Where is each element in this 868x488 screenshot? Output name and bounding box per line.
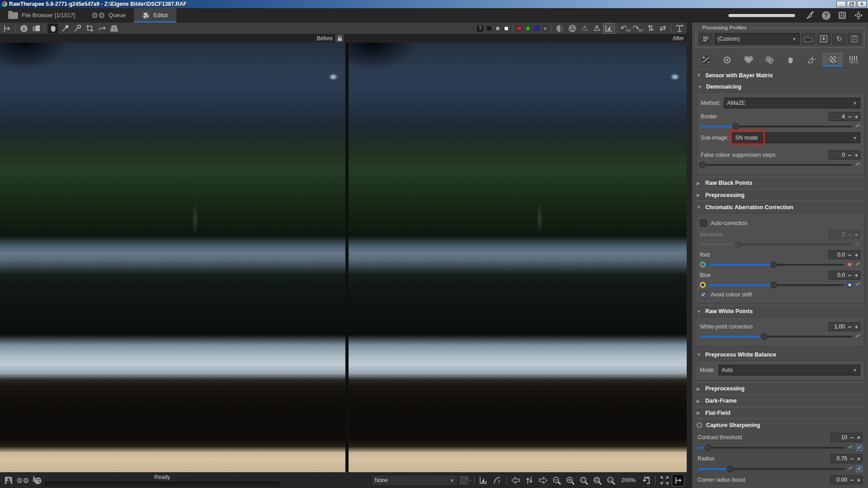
section-ca-correction[interactable]: ▼ Chromatic Aberration Correction xyxy=(696,201,864,213)
tab-queue[interactable]: ⚙⚙ Queue xyxy=(83,8,134,23)
load-profile-button[interactable] xyxy=(802,33,815,45)
before-image-pane[interactable] xyxy=(0,42,345,472)
decrement-icon[interactable]: − xyxy=(850,477,854,483)
green-channel-swatch[interactable] xyxy=(526,26,530,31)
slider-knob[interactable] xyxy=(699,161,706,168)
false-colour-spinbox[interactable]: 0 − + xyxy=(828,150,860,160)
increment-icon[interactable]: + xyxy=(854,272,858,278)
section-preprocessing-1[interactable]: ▶ Preprocessing xyxy=(696,189,864,201)
rotate-left-button[interactable]: ↶90° xyxy=(620,23,631,33)
slider-knob[interactable] xyxy=(770,261,777,268)
increment-icon[interactable]: + xyxy=(854,152,858,158)
reset-icon[interactable]: ↶ xyxy=(848,445,853,450)
power-toggle-icon[interactable] xyxy=(697,422,702,428)
hide-left-panel-button[interactable] xyxy=(2,23,13,33)
increment-icon[interactable]: + xyxy=(854,114,858,120)
decrement-icon[interactable]: − xyxy=(850,456,854,462)
border-slider[interactable] xyxy=(701,126,853,127)
avoid-colour-shift-checkbox[interactable]: ✓ xyxy=(700,291,707,298)
zoom-in-button[interactable] xyxy=(564,474,576,486)
pane-divider[interactable] xyxy=(345,42,349,472)
increment-icon[interactable]: + xyxy=(854,252,858,258)
add-crop-window-button[interactable] xyxy=(640,474,652,486)
red-slider[interactable] xyxy=(708,264,844,266)
colorpicker-tool-button[interactable] xyxy=(60,23,71,33)
tab-color[interactable] xyxy=(738,52,759,67)
section-sensor-bayer[interactable]: ▼ Sensor with Bayer Matrix xyxy=(696,69,864,81)
reset-icon[interactable]: ↶ xyxy=(855,162,860,168)
auto-checkbox[interactable]: ✓ xyxy=(856,465,863,472)
blue-spinbox[interactable]: 0.0 − + xyxy=(828,271,860,280)
increment-icon[interactable]: + xyxy=(854,324,858,330)
tab-transform[interactable] xyxy=(780,52,802,67)
reset-icon[interactable]: ↶ xyxy=(848,466,853,472)
tab-advanced[interactable] xyxy=(759,52,780,67)
close-button[interactable]: × xyxy=(857,1,867,7)
radius-spinbox[interactable]: 0.75 − + xyxy=(830,454,863,463)
fullscreen-button[interactable] xyxy=(659,474,670,486)
fill-mode-button[interactable] xyxy=(699,33,712,45)
flip-horizontal-button[interactable]: ⇄ xyxy=(657,23,668,33)
section-dark-frame[interactable]: ▶ Dark-Frame xyxy=(696,394,864,407)
zoom-out-button[interactable] xyxy=(551,474,562,486)
wb-mode-dropdown[interactable]: Auto ▼ xyxy=(718,365,860,375)
curve-type-button[interactable]: ▼ xyxy=(459,474,471,486)
increment-icon[interactable]: + xyxy=(857,477,860,483)
before-lock-button[interactable] xyxy=(335,34,344,42)
help-button[interactable]: ? xyxy=(820,10,832,21)
shadow-clipping-button[interactable]: ⚠ xyxy=(579,23,590,33)
red-channel-swatch[interactable] xyxy=(517,26,522,31)
hand-tool-button[interactable] xyxy=(47,23,58,33)
save-image-button[interactable] xyxy=(3,474,14,486)
reset-icon[interactable]: ↶ xyxy=(855,333,860,339)
queue-image-button[interactable]: ⚙⚙ xyxy=(16,474,29,486)
section-preprocess-wb[interactable]: ▼ Preprocess White Balance xyxy=(696,348,864,361)
tab-resize[interactable]: ✂ xyxy=(801,52,822,67)
decrement-icon[interactable]: − xyxy=(848,252,852,258)
zoom-fit-crop-button[interactable] xyxy=(578,474,590,486)
crop-tool-button[interactable] xyxy=(84,23,95,33)
section-raw-black-points[interactable]: ▶ Raw Black Points xyxy=(696,177,864,189)
border-spinbox[interactable]: 4 − + xyxy=(828,112,860,121)
preferences-button[interactable] xyxy=(836,10,848,21)
section-capture-sharpening[interactable]: Capture Sharpening xyxy=(696,419,864,431)
dock-top-panel-button[interactable] xyxy=(674,23,685,33)
contrast-threshold-slider[interactable] xyxy=(698,447,845,449)
pan-mode-button[interactable] xyxy=(853,10,864,21)
flip-vertical-button[interactable]: ⇅ xyxy=(645,23,656,33)
slider-knob[interactable] xyxy=(732,123,739,130)
preview-profile-button[interactable] xyxy=(604,23,614,33)
gamut-check-button[interactable] xyxy=(567,23,578,33)
black-indicator-swatch[interactable] xyxy=(487,26,491,31)
slider-knob[interactable] xyxy=(770,282,777,288)
demosaic-method-dropdown[interactable]: AMaZE ▼ xyxy=(724,98,860,108)
slider-knob[interactable] xyxy=(761,333,768,340)
rotate-right-button[interactable]: ↷90° xyxy=(633,23,644,33)
restore-button[interactable] xyxy=(847,1,856,7)
info-button[interactable]: i xyxy=(19,23,29,33)
decrement-icon[interactable]: − xyxy=(850,435,854,441)
before-after-toggle[interactable] xyxy=(31,23,42,33)
auto-checkbox[interactable]: ✓ xyxy=(856,444,863,451)
tab-exposure[interactable] xyxy=(696,52,717,67)
true-color-toggle[interactable]: T xyxy=(476,24,484,33)
tab-raw[interactable] xyxy=(822,52,844,67)
edit-external-button[interactable] xyxy=(31,474,43,486)
after-image-pane[interactable] xyxy=(349,42,687,472)
false-colour-slider[interactable] xyxy=(701,164,853,166)
prev-image-button[interactable] xyxy=(510,474,522,486)
decrement-icon[interactable]: − xyxy=(848,324,852,330)
contrast-threshold-spinbox[interactable]: 10 − + xyxy=(830,433,863,442)
reset-icon[interactable]: ↶ xyxy=(855,123,860,129)
tab-metadata[interactable]: META xyxy=(843,52,864,67)
auto-correction-checkbox[interactable] xyxy=(700,220,707,227)
section-flat-field[interactable]: ▶ Flat-Field xyxy=(696,407,864,419)
section-demosaicing[interactable]: ▼ Demosaicing xyxy=(697,81,864,92)
reset-icon[interactable]: ↶ xyxy=(855,262,860,267)
increment-icon[interactable]: + xyxy=(857,456,860,462)
history-snapshot-dropdown[interactable]: None ▼ xyxy=(372,475,458,486)
reset-icon[interactable]: ↶ xyxy=(855,282,860,288)
wb-picker-button[interactable] xyxy=(72,23,83,33)
swap-before-after-button[interactable] xyxy=(524,474,535,486)
radius-slider[interactable] xyxy=(698,468,845,470)
